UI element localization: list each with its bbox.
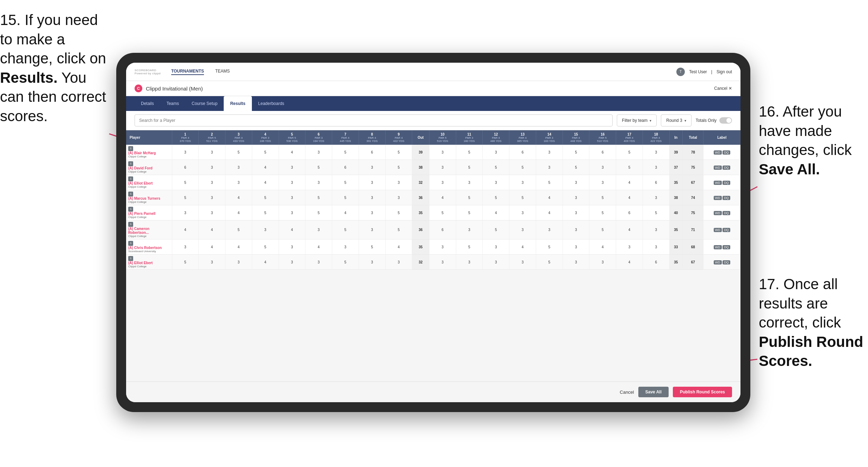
score-hole-18[interactable]: 3 xyxy=(643,190,669,205)
score-hole-4[interactable]: 3 xyxy=(252,220,279,239)
totals-toggle-switch[interactable] xyxy=(719,117,732,124)
score-hole-3[interactable]: 3 xyxy=(225,255,252,270)
tab-course-setup[interactable]: Course Setup xyxy=(185,96,224,111)
score-hole-7[interactable]: 4 xyxy=(332,205,359,220)
score-hole-6[interactable]: 3 xyxy=(305,145,332,160)
score-hole-9[interactable]: 5 xyxy=(385,205,412,220)
score-hole-4[interactable]: 4 xyxy=(252,255,279,270)
score-hole-12[interactable]: 4 xyxy=(483,205,509,220)
score-hole-2[interactable]: 3 xyxy=(199,190,225,205)
score-hole-5[interactable]: 3 xyxy=(279,205,305,220)
score-hole-16[interactable]: 3 xyxy=(589,160,616,175)
score-hole-13[interactable]: 3 xyxy=(509,205,536,220)
wd-button[interactable]: WD xyxy=(714,150,722,155)
score-hole-2[interactable]: 3 xyxy=(199,175,225,190)
score-hole-14[interactable]: 3 xyxy=(536,145,563,160)
score-hole-14[interactable]: 4 xyxy=(536,190,563,205)
score-hole-2[interactable]: 4 xyxy=(199,239,225,255)
score-hole-9[interactable]: 3 xyxy=(385,255,412,270)
score-hole-11[interactable]: 5 xyxy=(456,239,483,255)
tab-leaderboards[interactable]: Leaderboards xyxy=(252,96,291,111)
score-hole-14[interactable]: 4 xyxy=(536,205,563,220)
score-hole-10[interactable]: 3 xyxy=(429,160,456,175)
wd-button[interactable]: WD xyxy=(714,228,722,232)
score-hole-7[interactable]: 5 xyxy=(332,255,359,270)
score-hole-10[interactable]: 3 xyxy=(429,239,456,255)
publish-round-scores-button[interactable]: Publish Round Scores xyxy=(673,387,732,397)
score-hole-16[interactable]: 5 xyxy=(589,220,616,239)
score-hole-10[interactable]: 4 xyxy=(429,190,456,205)
dq-button[interactable]: DQ xyxy=(723,196,730,200)
score-hole-11[interactable]: 5 xyxy=(456,145,483,160)
score-hole-1[interactable]: 3 xyxy=(172,145,199,160)
score-hole-14[interactable]: 3 xyxy=(536,220,563,239)
score-hole-4[interactable]: 5 xyxy=(252,190,279,205)
tab-details[interactable]: Details xyxy=(135,96,160,111)
score-hole-15[interactable]: 5 xyxy=(563,145,589,160)
score-hole-4[interactable]: 5 xyxy=(252,145,279,160)
score-hole-16[interactable]: 5 xyxy=(589,190,616,205)
score-hole-1[interactable]: 4 xyxy=(172,220,199,239)
wd-button[interactable]: WD xyxy=(714,260,722,264)
score-hole-13[interactable]: 3 xyxy=(509,255,536,270)
score-hole-17[interactable]: 5 xyxy=(616,160,643,175)
score-hole-12[interactable]: 3 xyxy=(483,239,509,255)
score-hole-2[interactable]: 3 xyxy=(199,255,225,270)
score-hole-7[interactable]: 5 xyxy=(332,175,359,190)
score-hole-11[interactable]: 5 xyxy=(456,160,483,175)
save-all-button[interactable]: Save All xyxy=(638,387,669,397)
score-hole-7[interactable]: 5 xyxy=(332,220,359,239)
score-hole-5[interactable]: 3 xyxy=(279,255,305,270)
score-hole-11[interactable]: 5 xyxy=(456,205,483,220)
score-hole-12[interactable]: 5 xyxy=(483,220,509,239)
score-hole-10[interactable]: 5 xyxy=(429,205,456,220)
score-hole-5[interactable]: 4 xyxy=(279,220,305,239)
score-hole-17[interactable]: 3 xyxy=(616,239,643,255)
score-hole-9[interactable]: 5 xyxy=(385,145,412,160)
score-hole-7[interactable]: 5 xyxy=(332,190,359,205)
score-hole-5[interactable]: 4 xyxy=(279,145,305,160)
score-hole-10[interactable]: 6 xyxy=(429,220,456,239)
score-hole-8[interactable]: 6 xyxy=(359,145,385,160)
score-hole-17[interactable]: 4 xyxy=(616,175,643,190)
score-hole-1[interactable]: 3 xyxy=(172,239,199,255)
wd-button[interactable]: WD xyxy=(714,211,722,215)
score-hole-15[interactable]: 3 xyxy=(563,205,589,220)
round-selector-button[interactable]: Round 3 ▾ xyxy=(661,114,691,126)
score-hole-12[interactable]: 3 xyxy=(483,255,509,270)
score-hole-8[interactable]: 3 xyxy=(359,175,385,190)
score-hole-8[interactable]: 3 xyxy=(359,190,385,205)
score-hole-12[interactable]: 3 xyxy=(483,175,509,190)
score-hole-2[interactable]: 3 xyxy=(199,205,225,220)
score-hole-12[interactable]: 5 xyxy=(483,190,509,205)
score-hole-3[interactable]: 5 xyxy=(225,220,252,239)
score-hole-17[interactable]: 4 xyxy=(616,255,643,270)
score-hole-5[interactable]: 3 xyxy=(279,190,305,205)
score-hole-11[interactable]: 3 xyxy=(456,175,483,190)
score-hole-18[interactable]: 6 xyxy=(643,255,669,270)
score-hole-18[interactable]: 3 xyxy=(643,145,669,160)
score-hole-17[interactable]: 4 xyxy=(616,220,643,239)
score-hole-10[interactable]: 3 xyxy=(429,175,456,190)
score-hole-9[interactable]: 5 xyxy=(385,220,412,239)
score-hole-8[interactable]: 3 xyxy=(359,205,385,220)
score-hole-3[interactable]: 4 xyxy=(225,239,252,255)
score-hole-4[interactable]: 5 xyxy=(252,205,279,220)
score-hole-16[interactable]: 3 xyxy=(589,255,616,270)
score-hole-15[interactable]: 3 xyxy=(563,175,589,190)
score-hole-6[interactable]: 4 xyxy=(305,239,332,255)
score-hole-5[interactable]: 3 xyxy=(279,175,305,190)
score-hole-1[interactable]: 3 xyxy=(172,205,199,220)
score-hole-3[interactable]: 5 xyxy=(225,145,252,160)
score-hole-3[interactable]: 4 xyxy=(225,205,252,220)
score-hole-4[interactable]: 4 xyxy=(252,175,279,190)
score-hole-17[interactable]: 5 xyxy=(616,145,643,160)
score-hole-18[interactable]: 5 xyxy=(643,205,669,220)
score-hole-17[interactable]: 6 xyxy=(616,205,643,220)
score-hole-7[interactable]: 3 xyxy=(332,239,359,255)
score-hole-4[interactable]: 5 xyxy=(252,239,279,255)
dq-button[interactable]: DQ xyxy=(723,150,730,155)
score-hole-5[interactable]: 3 xyxy=(279,160,305,175)
score-hole-13[interactable]: 6 xyxy=(509,145,536,160)
wd-button[interactable]: WD xyxy=(714,245,722,249)
